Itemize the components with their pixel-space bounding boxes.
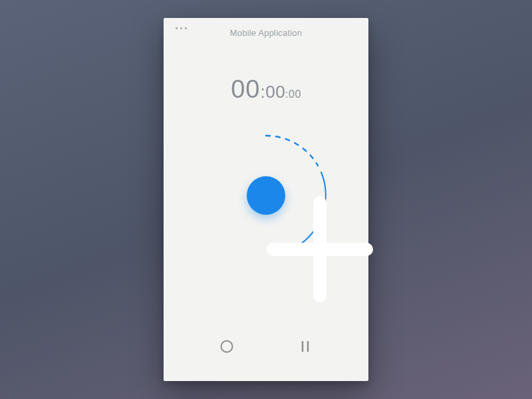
timer-seconds: 00 (289, 88, 301, 100)
timer-hours: 00 (231, 75, 260, 103)
svg-point-2 (221, 341, 233, 352)
footer-controls (164, 321, 368, 381)
record-button[interactable] (207, 327, 247, 366)
ellipsis-icon (176, 27, 178, 29)
ellipsis-icon (185, 27, 187, 29)
menu-button[interactable] (176, 27, 187, 29)
app-title: Mobile Application (164, 28, 368, 38)
timer-display: 00:00:00 (164, 75, 368, 104)
circle-icon (219, 339, 234, 354)
progress-dial (193, 122, 339, 269)
pause-button[interactable] (285, 327, 325, 366)
ellipsis-icon (180, 27, 182, 29)
timer-minutes: 00 (265, 82, 285, 102)
app-header: Mobile Application (164, 18, 368, 47)
add-button[interactable] (247, 176, 285, 215)
dial-area (164, 122, 368, 321)
plus-icon (247, 176, 393, 323)
phone-frame: Mobile Application 00:00:00 (164, 18, 368, 381)
pause-icon (299, 339, 312, 354)
